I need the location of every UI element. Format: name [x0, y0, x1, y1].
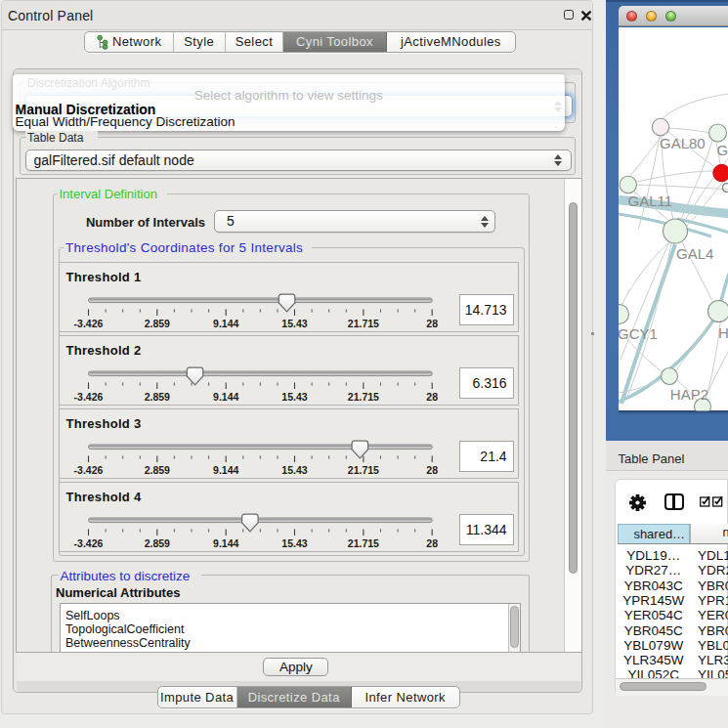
svg-text:GAL4: GAL4 — [676, 244, 713, 261]
svg-text:2.859: 2.859 — [145, 391, 170, 403]
svg-text:9.144: 9.144 — [213, 537, 238, 549]
svg-text:15.43: 15.43 — [282, 391, 308, 403]
svg-text:GA: GA — [716, 142, 728, 158]
svg-text:9.144: 9.144 — [213, 391, 238, 403]
svg-text:15.43: 15.43 — [282, 464, 308, 476]
svg-text:9.144: 9.144 — [213, 318, 238, 329]
svg-text:GCY1: GCY1 — [619, 324, 658, 341]
svg-text:21.715: 21.715 — [348, 391, 379, 403]
svg-text:28: 28 — [427, 318, 439, 329]
svg-text:21.715: 21.715 — [348, 318, 379, 329]
svg-text:2.859: 2.859 — [145, 464, 170, 476]
svg-text:15.43: 15.43 — [282, 537, 308, 549]
svg-text:28: 28 — [427, 464, 439, 476]
svg-text:C: C — [721, 179, 728, 195]
svg-text:28: 28 — [427, 391, 439, 403]
svg-text:GAL11: GAL11 — [627, 192, 672, 208]
svg-text:28: 28 — [427, 537, 439, 549]
svg-text:H: H — [718, 323, 728, 340]
svg-text:21.715: 21.715 — [348, 464, 379, 476]
svg-text:21.715: 21.715 — [348, 537, 379, 549]
svg-text:2.859: 2.859 — [145, 318, 170, 329]
svg-text:-3.426: -3.426 — [74, 464, 104, 476]
svg-text:15.43: 15.43 — [282, 318, 308, 329]
svg-text:-3.426: -3.426 — [74, 318, 104, 329]
svg-text:-3.426: -3.426 — [74, 537, 104, 549]
svg-text:HAP2: HAP2 — [669, 385, 707, 402]
svg-text:-3.426: -3.426 — [74, 391, 104, 403]
svg-text:2.859: 2.859 — [145, 537, 170, 549]
svg-text:9.144: 9.144 — [213, 464, 238, 476]
svg-text:GAL80: GAL80 — [660, 135, 706, 151]
